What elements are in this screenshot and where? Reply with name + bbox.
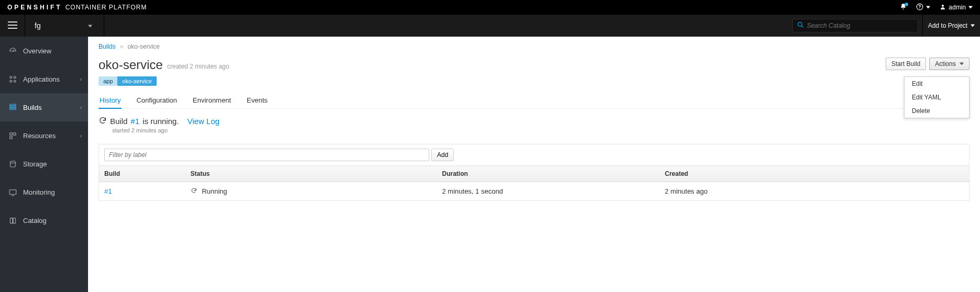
user-menu[interactable]: admin — [940, 4, 973, 12]
sidebar-item-builds[interactable]: Builds › — [0, 93, 88, 121]
brand-logo: OPENSHIFT — [7, 4, 62, 11]
build-created: 2 minutes ago — [660, 182, 970, 201]
user-icon — [940, 4, 946, 12]
sidebar-item-catalog[interactable]: Catalog — [0, 206, 88, 234]
chevron-right-icon: › — [80, 105, 82, 110]
sidebar-item-monitoring[interactable]: Monitoring — [0, 178, 88, 206]
status-build-link[interactable]: #1 — [130, 117, 139, 126]
sidebar-item-applications[interactable]: Applications › — [0, 65, 88, 93]
actions-dropdown-button[interactable]: Actions — [929, 58, 970, 70]
chevron-right-icon: › — [80, 133, 82, 139]
search-icon — [797, 21, 804, 30]
sidebar-item-label: Applications — [23, 75, 60, 83]
svg-line-7 — [801, 26, 803, 27]
sidebar-item-resources[interactable]: Resources › — [0, 121, 88, 150]
build-status-line: Build #1 is running. View Log — [99, 116, 970, 126]
filter-row: Add — [99, 144, 970, 165]
label-value[interactable]: oko-service — [117, 76, 156, 86]
view-log-link[interactable]: View Log — [187, 117, 219, 126]
sidebar-item-label: Builds — [23, 104, 41, 111]
help-menu[interactable] — [916, 3, 930, 12]
filter-input[interactable] — [104, 149, 429, 161]
monitoring-icon — [8, 188, 17, 196]
sidebar: Overview Applications › Builds › Resourc… — [0, 37, 88, 292]
actions-label: Actions — [935, 60, 955, 68]
label-key[interactable]: app — [99, 76, 117, 86]
build-status: Running — [202, 187, 227, 195]
sidebar-item-storage[interactable]: Storage — [0, 150, 88, 178]
context-bar: fg Add to Project — [0, 15, 980, 37]
tab-environment[interactable]: Environment — [192, 93, 232, 108]
breadcrumb: Builds » oko-service — [99, 43, 970, 50]
breadcrumb-sep: » — [120, 43, 124, 50]
catalog-search[interactable] — [792, 19, 918, 32]
actions-dropdown-menu: Edit Edit YAML Delete — [904, 76, 970, 118]
dashboard-icon — [8, 47, 17, 55]
breadcrumb-current: oko-service — [127, 43, 159, 50]
svg-point-19 — [10, 161, 15, 163]
svg-rect-16 — [9, 132, 12, 134]
col-build[interactable]: Build — [99, 166, 186, 182]
catalog-icon — [8, 216, 17, 224]
sidebar-item-label: Storage — [23, 160, 47, 168]
main-content: Builds » oko-service oko-service created… — [88, 37, 980, 292]
svg-rect-15 — [9, 104, 15, 106]
sidebar-item-label: Overview — [23, 47, 51, 55]
svg-point-12 — [14, 80, 16, 82]
hamburger-icon — [8, 21, 17, 30]
notifications-button[interactable] — [900, 3, 907, 12]
actions-delete[interactable]: Delete — [905, 104, 969, 118]
svg-rect-17 — [13, 132, 15, 134]
notification-dot — [905, 3, 908, 6]
filter-add-button[interactable]: Add — [431, 149, 454, 161]
help-icon — [916, 3, 923, 12]
project-selector[interactable]: fg — [25, 15, 104, 37]
brand-subtitle: CONTAINER PLATFORM — [66, 4, 147, 11]
masthead: OPENSHIFT CONTAINER PLATFORM admin — [0, 0, 980, 15]
breadcrumb-root[interactable]: Builds — [99, 43, 116, 50]
svg-rect-18 — [9, 136, 12, 138]
sidebar-item-overview[interactable]: Overview — [0, 37, 88, 65]
tab-events[interactable]: Events — [246, 93, 269, 108]
project-name: fg — [35, 21, 41, 30]
tab-configuration[interactable]: Configuration — [135, 93, 178, 108]
build-link[interactable]: #1 — [104, 187, 112, 195]
chevron-down-icon — [971, 22, 975, 29]
svg-rect-13 — [9, 106, 15, 108]
col-created[interactable]: Created — [660, 166, 970, 182]
status-started: started 2 minutes ago — [112, 127, 970, 133]
actions-edit[interactable]: Edit — [905, 77, 969, 91]
sidebar-toggle[interactable] — [0, 15, 25, 37]
svg-point-1 — [920, 8, 920, 8]
start-build-button[interactable]: Start Build — [886, 58, 926, 70]
actions-edit-yaml[interactable]: Edit YAML — [905, 91, 969, 104]
build-duration: 2 minutes, 1 second — [437, 182, 660, 201]
page-created-meta: created 2 minutes ago — [167, 63, 230, 70]
svg-rect-14 — [9, 108, 15, 109]
builds-icon — [8, 103, 17, 111]
chevron-down-icon — [960, 60, 964, 68]
add-to-project-button[interactable]: Add to Project — [922, 15, 980, 37]
builds-table: Build Status Duration Created #1 Running… — [99, 165, 970, 201]
svg-point-2 — [942, 5, 944, 7]
catalog-search-input[interactable] — [807, 22, 913, 29]
applications-icon — [8, 75, 17, 83]
sync-icon — [191, 187, 199, 195]
col-status[interactable]: Status — [186, 166, 437, 182]
chevron-down-icon — [968, 4, 973, 11]
sidebar-item-label: Resources — [23, 132, 56, 140]
add-to-project-label: Add to Project — [928, 22, 967, 29]
svg-point-10 — [14, 76, 16, 78]
resources-icon — [8, 131, 17, 140]
sync-icon — [99, 116, 107, 126]
page-title: oko-service — [99, 58, 163, 72]
sidebar-item-label: Monitoring — [23, 188, 55, 196]
tab-history[interactable]: History — [99, 93, 122, 108]
user-label: admin — [949, 4, 966, 11]
table-row: #1 Running 2 minutes, 1 second 2 minutes… — [99, 182, 970, 201]
svg-rect-20 — [9, 189, 16, 194]
chevron-right-icon: › — [80, 76, 82, 82]
title-bar: oko-service created 2 minutes ago Start … — [99, 58, 970, 72]
svg-point-11 — [9, 80, 12, 82]
col-duration[interactable]: Duration — [437, 166, 660, 182]
